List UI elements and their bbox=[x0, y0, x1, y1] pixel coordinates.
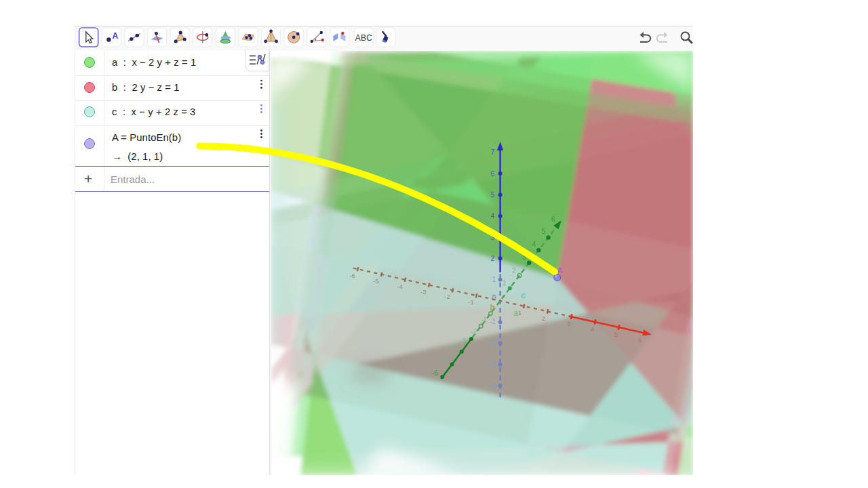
svg-text:-3: -3 bbox=[490, 361, 496, 368]
svg-text:2: 2 bbox=[542, 314, 545, 322]
svg-text:3: 3 bbox=[522, 253, 526, 261]
svg-text:-1: -1 bbox=[481, 315, 487, 323]
svg-text:-4: -4 bbox=[397, 283, 402, 290]
svg-text:-4: -4 bbox=[490, 382, 496, 389]
svg-text:5: 5 bbox=[491, 191, 495, 199]
svg-text:ABC: ABC bbox=[355, 33, 373, 43]
svg-text:6: 6 bbox=[638, 336, 642, 344]
svg-text:-2: -2 bbox=[471, 327, 477, 336]
svg-text:7: 7 bbox=[491, 148, 495, 156]
svg-text:-1: -1 bbox=[490, 318, 496, 325]
svg-text:1: 1 bbox=[502, 279, 507, 287]
svg-text:-1: -1 bbox=[468, 298, 473, 306]
svg-text:A: A bbox=[112, 31, 118, 41]
svg-text:-3: -3 bbox=[420, 288, 426, 296]
svg-text:2: 2 bbox=[491, 255, 495, 262]
svg-text:-6: -6 bbox=[349, 272, 355, 279]
svg-text:-5: -5 bbox=[373, 277, 378, 285]
svg-text:3: 3 bbox=[491, 234, 495, 241]
svg-text:1: 1 bbox=[518, 309, 521, 317]
svg-text:-3: -3 bbox=[460, 337, 466, 345]
svg-text:0: 0 bbox=[492, 293, 496, 302]
svg-text:4: 4 bbox=[591, 325, 594, 333]
svg-text:3: 3 bbox=[567, 320, 570, 327]
svg-text:4: 4 bbox=[491, 212, 495, 220]
svg-text:-4: -4 bbox=[451, 344, 457, 352]
svg-text:6: 6 bbox=[491, 170, 495, 178]
svg-text:-6: -6 bbox=[432, 369, 438, 377]
svg-text:5: 5 bbox=[614, 331, 618, 338]
svg-text:-5: -5 bbox=[441, 356, 448, 364]
svg-text:5: 5 bbox=[542, 227, 546, 235]
svg-text:1: 1 bbox=[492, 276, 496, 283]
svg-text:6: 6 bbox=[551, 215, 555, 223]
svg-text:c: c bbox=[521, 291, 526, 300]
svg-text:-2: -2 bbox=[444, 293, 450, 300]
svg-text:4: 4 bbox=[532, 240, 536, 248]
svg-text:b: b bbox=[490, 303, 495, 312]
svg-text:A: A bbox=[557, 266, 563, 274]
svg-text:-2: -2 bbox=[490, 340, 496, 347]
svg-text:a: a bbox=[513, 308, 518, 318]
svg-text:2: 2 bbox=[512, 266, 516, 274]
